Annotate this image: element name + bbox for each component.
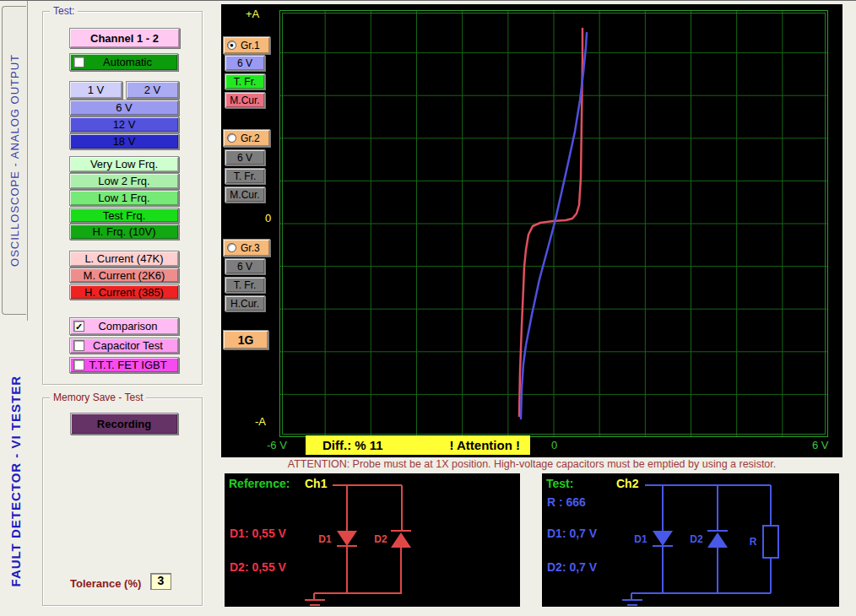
- ttt-fet-igbt-checkbox[interactable]: [73, 359, 84, 370]
- x-axis-left-label: -6 V: [267, 439, 287, 451]
- test-circuit-diagram: D1 D2 R: [542, 473, 839, 607]
- test-groupbox-label: Test:: [50, 5, 78, 17]
- group-1-current-button[interactable]: M.Cur.: [225, 92, 265, 108]
- test-frq-button[interactable]: Test Frq.: [69, 208, 179, 223]
- low-1-frq-button[interactable]: Low 1 Frq.: [69, 190, 179, 206]
- group-3-radio[interactable]: Gr.3: [223, 239, 270, 257]
- group-1-test-frq-button[interactable]: T. Fr.: [225, 73, 265, 89]
- reference-circuit-panel: Reference: Ch1 D1: 0,55 V D2: 0,55 V D1 …: [225, 473, 520, 607]
- reference-d1-label: D1: [318, 533, 332, 545]
- y-axis-zero-label: 0: [265, 212, 271, 224]
- tab-oscilloscope-label: OSCILLOSCOPE - ANALOG OUTPUT: [8, 54, 21, 267]
- probe-warning-text: ATTENTION: Probe must be at 1X position.…: [221, 457, 842, 471]
- comparison-label: Comparison: [84, 320, 171, 332]
- group-2-voltage-button[interactable]: 6 V: [225, 149, 265, 165]
- scope-plot: [279, 10, 828, 437]
- low-current-button[interactable]: L. Current (47K): [69, 251, 179, 267]
- voltage-18v-button[interactable]: 18 V: [69, 133, 179, 149]
- reference-d2-label: D2: [374, 533, 387, 545]
- x-axis-right-label: 6 V: [812, 439, 829, 451]
- group-3-voltage-button[interactable]: 6 V: [225, 258, 265, 274]
- diff-status-bar: Diff.: % 11 ! Attention !: [306, 435, 530, 455]
- y-axis-bottom-label: -A: [255, 415, 266, 428]
- automatic-label: Automatic: [84, 56, 171, 68]
- group-2-test-frq-button[interactable]: T. Fr.: [225, 168, 265, 184]
- capacitor-test-label: Capacitor Test: [84, 339, 171, 352]
- tolerance-label: Tolerance (%): [70, 577, 141, 590]
- channel-1-2-button[interactable]: Channel 1 - 2: [69, 28, 180, 48]
- tolerance-input[interactable]: 3: [150, 573, 171, 590]
- scope-grid-svg: [279, 10, 828, 437]
- very-low-frq-button[interactable]: Very Low Frq.: [69, 156, 179, 172]
- group-3-current-button[interactable]: H.Cur.: [225, 295, 265, 311]
- group-3-label: Gr.3: [241, 242, 260, 254]
- group-3-radio-dot[interactable]: [227, 243, 236, 252]
- test-d2-label: D2: [690, 533, 703, 545]
- x-axis-zero-label: 0: [551, 439, 557, 451]
- group-1-radio-dot[interactable]: ●: [227, 41, 236, 50]
- comparison-toggle[interactable]: ✓ Comparison: [69, 317, 179, 335]
- fault-detector-window: { "sidebar": { "oscilloscope_tab": "OSCI…: [0, 0, 856, 616]
- group-2-label: Gr.2: [241, 132, 260, 144]
- recording-button[interactable]: Recording: [70, 413, 178, 435]
- capacitor-test-toggle[interactable]: Capacitor Test: [69, 338, 179, 354]
- group-1-radio[interactable]: ● Gr.1: [223, 36, 270, 54]
- diff-value: Diff.: % 11: [322, 438, 383, 452]
- high-current-button[interactable]: H. Current (385): [69, 284, 179, 300]
- capacitor-test-checkbox[interactable]: [73, 340, 84, 351]
- group-1-voltage-button[interactable]: 6 V: [225, 55, 265, 71]
- group-1-label: Gr.1: [241, 40, 260, 51]
- medium-current-button[interactable]: M. Current (2K6): [69, 267, 179, 283]
- test-r-label: R: [750, 536, 757, 548]
- comparison-checkbox[interactable]: ✓: [73, 321, 84, 332]
- low-2-frq-button[interactable]: Low 2 Frq.: [69, 173, 179, 189]
- automatic-checkbox[interactable]: [73, 57, 84, 68]
- voltage-6v-button[interactable]: 6 V: [69, 100, 179, 116]
- automatic-toggle[interactable]: Automatic: [69, 53, 178, 71]
- ttt-fet-igbt-label: T.T.T. FET IGBT: [84, 359, 171, 371]
- reference-circuit-diagram: D1 D2: [225, 473, 520, 607]
- ttt-fet-igbt-toggle[interactable]: T.T.T. FET IGBT: [69, 357, 179, 373]
- group-3-test-frq-button[interactable]: T. Fr.: [225, 277, 265, 293]
- voltage-12v-button[interactable]: 12 V: [69, 116, 179, 132]
- app-title: FAULT DETECTOR - VI TESTER: [3, 349, 27, 614]
- reference-trace: [519, 29, 582, 416]
- test-d1-label: D1: [634, 533, 647, 545]
- voltage-1v-button[interactable]: 1 V: [69, 81, 122, 99]
- attention-badge: ! Attention !: [449, 438, 520, 452]
- high-frq-button[interactable]: H. Frq. (10V): [69, 224, 179, 240]
- gain-1g-button[interactable]: 1G: [223, 330, 268, 349]
- y-axis-top-label: +A: [246, 8, 259, 20]
- group-2-radio-dot[interactable]: [227, 133, 236, 143]
- memory-save-label: Memory Save - Test: [50, 392, 146, 403]
- voltage-2v-button[interactable]: 2 V: [126, 81, 179, 99]
- group-2-radio[interactable]: Gr.2: [223, 129, 270, 147]
- sidebar-divider: [27, 1, 28, 321]
- test-circuit-panel: Test: Ch2 R : 666 D1: 0,7 V D2: 0,7 V D1…: [542, 473, 839, 607]
- group-2-current-button[interactable]: M.Cur.: [225, 186, 265, 203]
- tab-oscilloscope-analog-output[interactable]: OSCILLOSCOPE - ANALOG OUTPUT: [2, 6, 26, 315]
